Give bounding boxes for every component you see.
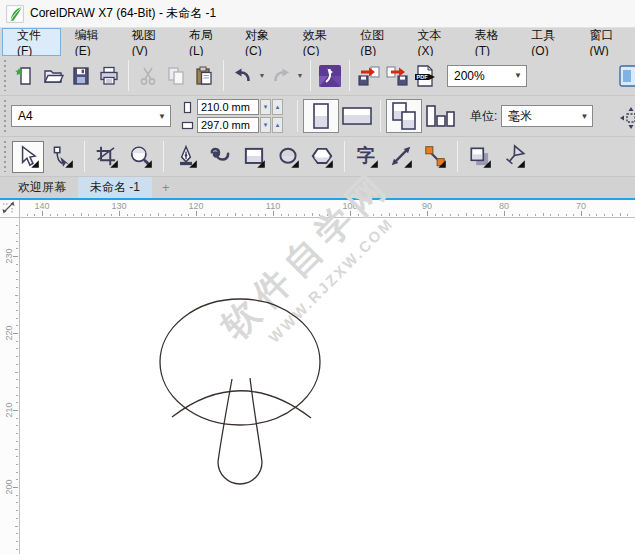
pen-tool[interactable] — [170, 141, 202, 173]
paste-button[interactable] — [190, 61, 218, 91]
all-pages-same-size-button[interactable] — [386, 99, 422, 133]
menu-item-9[interactable]: 工具(O) — [517, 28, 575, 56]
new-tab-button[interactable]: + — [152, 177, 180, 198]
redo-button-disabled[interactable] — [267, 61, 295, 91]
cut-button-disabled[interactable] — [134, 61, 162, 91]
menu-item-8[interactable]: 表格(T) — [461, 28, 518, 56]
save-button[interactable] — [67, 61, 95, 91]
menu-item-3[interactable]: 布局(L) — [175, 28, 231, 56]
copy-button-disabled[interactable] — [162, 61, 190, 91]
publish-pdf-icon: PDF — [412, 63, 438, 89]
h-ruler-minor-tick — [165, 214, 166, 216]
page-width-spin-down[interactable]: ▼ — [260, 99, 271, 115]
page-preset-dropdown-arrow[interactable]: ▼ — [154, 106, 170, 126]
document-tab-0[interactable]: 欢迎屏幕 — [6, 177, 78, 198]
h-ruler-minor-tick — [134, 214, 135, 216]
vertical-ruler[interactable]: 230220210200 — [0, 218, 20, 554]
units-combobox[interactable]: 毫米 ▼ — [501, 105, 593, 127]
toolbox-grip[interactable] — [3, 141, 7, 172]
h-ruler-minor-tick — [435, 214, 436, 216]
v-ruler-minor-tick — [16, 241, 18, 242]
h-ruler-minor-tick — [489, 214, 490, 216]
mushroom-stem[interactable] — [218, 378, 262, 484]
ellipse-tool[interactable] — [272, 141, 304, 173]
search-content-icon — [317, 63, 343, 89]
zoom-level-dropdown-arrow[interactable]: ▼ — [510, 66, 526, 86]
zoom-level-combobox[interactable]: 200% ▼ — [447, 65, 527, 87]
undo-icon — [231, 64, 255, 88]
clipped-toolbar-button[interactable] — [619, 63, 635, 89]
v-ruler-minor-tick — [15, 449, 18, 450]
menu-item-1[interactable]: 编辑(E) — [61, 28, 118, 56]
menu-item-5[interactable]: 效果(C) — [289, 28, 347, 56]
menu-item-0[interactable]: 文件(F) — [2, 28, 61, 56]
ruler-origin-corner[interactable] — [0, 200, 20, 218]
connector-tool[interactable] — [419, 141, 451, 173]
print-button[interactable] — [95, 61, 123, 91]
menu-item-6[interactable]: 位图(B) — [346, 28, 403, 56]
menu-item-2[interactable]: 视图(V) — [118, 28, 175, 56]
transparency-tool[interactable] — [498, 141, 530, 173]
crop-tool[interactable] — [91, 141, 123, 173]
pick-tool[interactable] — [12, 141, 44, 173]
h-ruler-minor-tick — [50, 214, 51, 216]
page-width-spin-up[interactable]: ▲ — [272, 99, 283, 115]
shape-tool[interactable] — [46, 141, 78, 173]
search-content-button[interactable] — [316, 61, 344, 91]
mushroom-cap-arc[interactable] — [172, 391, 311, 418]
toolbar-grip[interactable] — [3, 60, 7, 91]
v-ruler-minor-tick — [16, 510, 18, 511]
h-ruler-minor-tick — [227, 214, 228, 216]
menu-item-7[interactable]: 文本(X) — [404, 28, 461, 56]
polygon-tool[interactable] — [306, 141, 338, 173]
open-button[interactable] — [39, 61, 67, 91]
publish-to-pdf-button[interactable]: PDF — [411, 61, 439, 91]
h-ruler-minor-tick — [304, 214, 305, 216]
portrait-orientation-button[interactable] — [303, 99, 339, 133]
page-width-field[interactable]: 210.0 mm — [197, 99, 259, 115]
h-ruler-tick — [42, 211, 43, 216]
drop-shadow-tool[interactable] — [464, 141, 496, 173]
h-ruler-minor-tick — [627, 214, 628, 216]
undo-button[interactable] — [229, 61, 257, 91]
undo-dropdown-caret[interactable]: ▼ — [257, 61, 267, 91]
v-ruler-minor-tick — [16, 518, 18, 519]
export-button[interactable] — [383, 61, 411, 91]
v-ruler-minor-tick — [16, 364, 18, 365]
redo-dropdown-caret[interactable]: ▼ — [295, 61, 305, 91]
h-ruler-tick — [504, 211, 505, 216]
h-ruler-minor-tick — [589, 214, 590, 216]
menu-item-10[interactable]: 窗口(W) — [575, 28, 635, 56]
v-ruler-minor-tick — [16, 325, 18, 326]
page-preset-combobox[interactable]: A4 ▼ — [11, 105, 171, 127]
rectangle-tool[interactable] — [238, 141, 270, 173]
v-ruler-minor-tick — [16, 502, 18, 503]
page-height-spin-down[interactable]: ▼ — [260, 117, 271, 133]
clipped-nudge-button[interactable] — [619, 106, 635, 132]
units-label: 单位: — [470, 108, 497, 125]
different-page-sizes-button[interactable] — [422, 99, 458, 133]
import-button[interactable] — [355, 61, 383, 91]
menu-item-4[interactable]: 对象(C) — [231, 28, 289, 56]
horizontal-ruler[interactable]: 140130120110100908070 — [20, 200, 635, 218]
h-ruler-minor-tick — [419, 214, 420, 216]
h-ruler-minor-tick — [265, 214, 266, 216]
artistic-media-tool[interactable] — [204, 141, 236, 173]
page-height-field[interactable]: 297.0 mm — [197, 117, 259, 133]
dimension-tool[interactable] — [385, 141, 417, 173]
drawing-canvas[interactable] — [20, 218, 635, 554]
h-ruler-minor-tick — [319, 214, 320, 216]
landscape-orientation-button[interactable] — [339, 99, 375, 133]
text-tool[interactable]: 字 — [351, 141, 383, 173]
mushroom-cap-ellipse[interactable] — [160, 299, 320, 425]
h-ruler-tick — [427, 211, 428, 216]
page-height-spin-up[interactable]: ▲ — [272, 117, 283, 133]
coreldraw-window: CorelDRAW X7 (64-Bit) - 未命名 -1 文件(F)编辑(E… — [0, 0, 635, 554]
property-bar-grip[interactable] — [3, 100, 7, 132]
landscape-page-icon — [341, 104, 373, 128]
zoom-tool[interactable] — [125, 141, 157, 173]
new-document-button[interactable] — [11, 61, 39, 91]
print-icon — [97, 64, 121, 88]
units-dropdown-arrow[interactable]: ▼ — [576, 106, 592, 126]
document-tab-1[interactable]: 未命名 -1 — [78, 177, 152, 198]
